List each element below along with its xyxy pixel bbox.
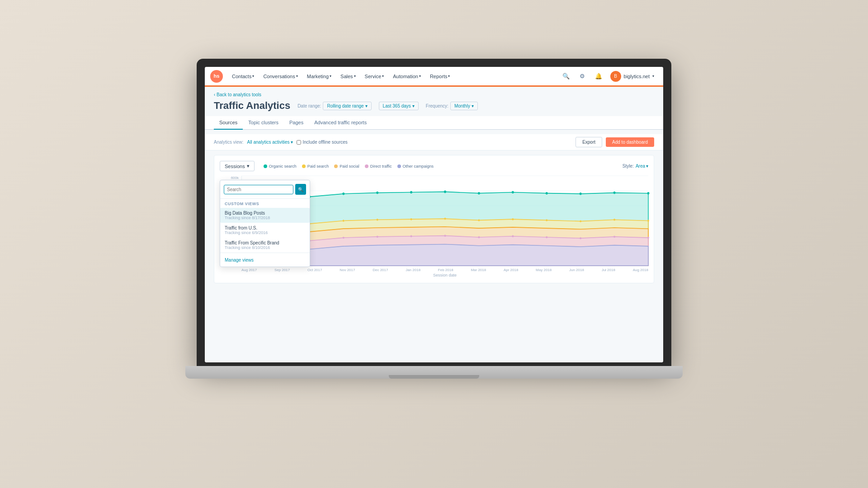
- svg-point-33: [613, 219, 615, 221]
- svg-point-42: [478, 236, 480, 238]
- svg-point-17: [512, 191, 514, 194]
- dropdown-item-1[interactable]: Traffic from U.S. Tracking since 6/9/201…: [220, 223, 310, 238]
- svg-point-19: [580, 192, 582, 195]
- x-label-12: Aug 2018: [633, 268, 648, 272]
- svg-point-27: [410, 218, 412, 220]
- include-offline-checkbox[interactable]: [297, 140, 301, 145]
- legend-paid-search: Paid search: [302, 164, 329, 169]
- chart-container: Sessions ▾ 🔍: [214, 155, 654, 283]
- sessions-dropdown-container: Sessions ▾ 🔍: [220, 161, 255, 171]
- legend-other-dot: [397, 164, 401, 168]
- sales-chevron-icon: ▾: [354, 74, 356, 78]
- svg-point-41: [444, 235, 446, 236]
- date-range-control: Date range: Rolling date range ▾: [297, 102, 371, 110]
- reports-chevron-icon: ▾: [448, 74, 450, 78]
- x-label-9: May 2018: [536, 268, 552, 272]
- add-to-dashboard-button[interactable]: Add to dashboard: [606, 137, 654, 147]
- svg-point-12: [342, 192, 344, 195]
- legend-organic-search: Organic search: [264, 164, 297, 169]
- nav-automation[interactable]: Automation ▾: [389, 72, 425, 81]
- user-menu[interactable]: B biglytics.net ▾: [607, 69, 658, 84]
- conversations-chevron-icon: ▾: [296, 74, 298, 78]
- analytics-bar: Analytics view: All analytics activities…: [205, 134, 663, 150]
- x-label-0: Aug 2017: [241, 268, 257, 272]
- x-label-1: Sep 2017: [274, 268, 290, 272]
- dropdown-item-0-name: Big Data Blog Posts: [225, 211, 305, 216]
- svg-point-20: [613, 192, 616, 194]
- nav-conversations[interactable]: Conversations ▾: [259, 72, 301, 81]
- notifications-icon-button[interactable]: 🔔: [592, 70, 605, 83]
- date-range-chevron-icon: ▾: [365, 103, 368, 108]
- chart-legend: Organic search Paid search Paid social: [264, 164, 434, 169]
- manage-views-link[interactable]: Manage views: [225, 258, 254, 263]
- svg-point-38: [343, 237, 344, 239]
- analytics-view-label: Analytics view:: [214, 140, 244, 145]
- x-label-5: Jan 2018: [406, 268, 420, 272]
- x-label-7: Mar 2018: [471, 268, 486, 272]
- search-input[interactable]: [224, 185, 293, 194]
- nav-sales[interactable]: Sales ▾: [337, 72, 359, 81]
- dropdown-item-0-sub: Tracking since 8/17/2018: [225, 216, 305, 220]
- laptop-shell: hs Contacts ▾ Conversations ▾ Marketing: [185, 59, 683, 429]
- search-submit-button[interactable]: 🔍: [295, 184, 306, 195]
- search-box: 🔍: [220, 180, 310, 199]
- tab-sources[interactable]: Sources: [214, 116, 243, 130]
- analytics-view-chevron-icon: ▾: [291, 140, 293, 145]
- nav-service[interactable]: Service ▾: [361, 72, 388, 81]
- date-filter-dropdown[interactable]: Last 365 days ▾: [379, 102, 419, 110]
- svg-point-32: [580, 220, 581, 222]
- svg-point-13: [376, 192, 378, 194]
- dropdown-item-2-sub: Tracking since 8/10/2016: [225, 245, 305, 250]
- frequency-dropdown[interactable]: Monthly ▾: [450, 102, 478, 110]
- search-icon: 🔍: [298, 187, 303, 192]
- dropdown-item-1-name: Traffic from U.S.: [225, 225, 305, 230]
- laptop-screen: hs Contacts ▾ Conversations ▾ Marketing: [197, 59, 671, 366]
- svg-point-21: [647, 192, 650, 195]
- dropdown-item-0[interactable]: Big Data Blog Posts Tracking since 8/17/…: [220, 208, 310, 223]
- settings-icon-button[interactable]: ⚙: [576, 70, 589, 83]
- frequency-control: Frequency: Monthly ▾: [426, 102, 478, 110]
- nav-icons-group: 🔍 ⚙ 🔔: [560, 70, 605, 83]
- svg-text:hs: hs: [213, 73, 219, 78]
- tab-topic-clusters[interactable]: Topic clusters: [243, 116, 284, 130]
- y-label-600k: 600k: [231, 176, 239, 180]
- nav-reports[interactable]: Reports ▾: [426, 72, 454, 81]
- search-icon-button[interactable]: 🔍: [560, 70, 572, 83]
- date-filter-control: Last 365 days ▾: [379, 102, 419, 110]
- frequency-chevron-icon: ▾: [472, 103, 474, 108]
- style-dropdown-button[interactable]: Area ▾: [636, 164, 648, 169]
- dropdown-item-2[interactable]: Traffic From Specific Brand Tracking sin…: [220, 238, 310, 253]
- svg-point-16: [478, 192, 480, 195]
- page-title: Traffic Analytics: [214, 100, 290, 112]
- breadcrumb[interactable]: Back to analytics tools: [214, 92, 654, 97]
- hubspot-app: hs Contacts ▾ Conversations ▾ Marketing: [205, 67, 663, 362]
- analytics-view-dropdown[interactable]: All analytics activities ▾: [247, 140, 293, 145]
- x-label-11: Jul 2018: [602, 268, 615, 272]
- tab-pages[interactable]: Pages: [284, 116, 309, 130]
- nav-contacts[interactable]: Contacts ▾: [228, 72, 258, 81]
- x-label-3: Nov 2017: [340, 268, 355, 272]
- custom-views-section-title: Custom views: [220, 199, 310, 208]
- style-control: Style: Area ▾: [623, 164, 648, 169]
- svg-point-40: [410, 235, 412, 237]
- contacts-chevron-icon: ▾: [252, 74, 254, 78]
- dropdown-item-1-sub: Tracking since 6/9/2016: [225, 230, 305, 235]
- svg-point-46: [613, 236, 615, 238]
- top-nav: hs Contacts ▾ Conversations ▾ Marketing: [205, 67, 663, 87]
- include-offline-control: Include offline sources: [297, 140, 348, 145]
- chart-header: Sessions ▾ 🔍: [220, 161, 648, 171]
- hubspot-logo: hs: [210, 70, 223, 83]
- legend-other-campaigns: Other campaigns: [397, 164, 434, 169]
- sessions-dropdown-button[interactable]: Sessions ▾: [220, 161, 255, 171]
- nav-marketing[interactable]: Marketing ▾: [303, 72, 335, 81]
- tab-advanced-traffic[interactable]: Advanced traffic reports: [309, 116, 372, 130]
- legend-organic-dot: [264, 164, 267, 168]
- x-label-2: Oct 2017: [307, 268, 322, 272]
- export-button[interactable]: Export: [576, 137, 602, 147]
- date-range-dropdown[interactable]: Rolling date range ▾: [323, 102, 371, 110]
- legend-paid-social: Paid social: [334, 164, 359, 169]
- x-label-10: Jun 2018: [569, 268, 584, 272]
- laptop-base: [185, 366, 683, 379]
- legend-direct-dot: [365, 164, 368, 168]
- svg-point-47: [647, 237, 649, 239]
